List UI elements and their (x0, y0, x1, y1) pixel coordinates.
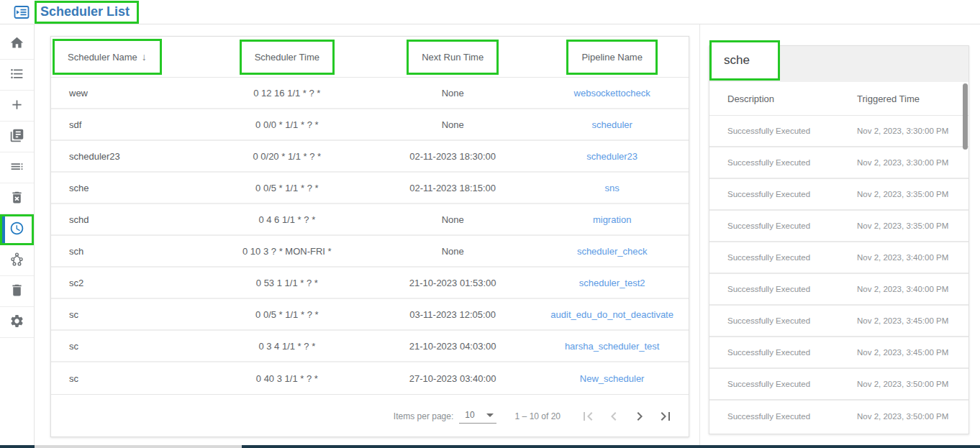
run-history-header: sche (709, 46, 968, 82)
scheduler-time-cell: 0 0/0 * 1/1 * ? * (204, 119, 370, 130)
sidebar-item-delete-forever[interactable] (0, 183, 34, 214)
history-triggered-time-cell: Nov 2, 2023, 3:40:00 PM (839, 253, 968, 262)
description-column-header: Description (709, 93, 839, 104)
pipeline-link[interactable]: scheduler23 (586, 151, 638, 162)
clock-icon (9, 221, 24, 239)
scheduler-name-cell: sc (51, 373, 204, 384)
history-triggered-time-cell: Nov 2, 2023, 3:40:00 PM (839, 285, 968, 293)
table-row[interactable]: sche 0 0/5 * 1/1 * ? * 02-11-2023 18:15:… (51, 173, 689, 204)
history-row: Successfully Executed Nov 2, 2023, 3:50:… (709, 369, 968, 401)
sidebar-item-cluster[interactable] (0, 245, 34, 276)
pipeline-link[interactable]: sns (605, 183, 620, 193)
history-description-cell: Successfully Executed (709, 221, 839, 230)
sidebar-item-delete[interactable] (0, 276, 34, 307)
history-row: Successfully Executed Nov 2, 2023, 3:35:… (709, 179, 968, 211)
history-triggered-time-cell: Nov 2, 2023, 3:35:00 PM (839, 221, 968, 230)
sidebar-item-list[interactable] (0, 60, 34, 91)
pipeline-link[interactable]: audit_edu_do_not_deactivate (550, 309, 673, 320)
scheduler-name-cell: sc (51, 341, 204, 352)
sidebar-item-settings[interactable] (0, 307, 34, 338)
history-row: Successfully Executed Nov 2, 2023, 3:40:… (709, 274, 968, 306)
next-run-time-cell: 21-10-2023 04:03:00 (370, 341, 535, 352)
history-triggered-time-cell: Nov 2, 2023, 3:50:00 PM (839, 412, 968, 421)
scheduler-name-cell: scheduler23 (51, 151, 204, 162)
history-description-cell: Successfully Executed (709, 380, 839, 388)
list-icon (9, 66, 24, 84)
items-per-page-select[interactable]: 10 (459, 408, 496, 424)
next-run-time-cell: 27-10-2023 03:40:00 (370, 373, 535, 384)
run-history-body: Successfully Executed Nov 2, 2023, 3:30:… (709, 116, 968, 432)
sidebar (0, 24, 35, 445)
sidebar-item-library[interactable] (0, 122, 34, 152)
pipeline-link[interactable]: scheduler (591, 119, 632, 130)
history-description-cell: Successfully Executed (709, 316, 839, 325)
table-row[interactable]: scheduler23 0 0/20 * 1/1 * ? * 02-11-202… (51, 141, 689, 173)
triggered-time-column-header: Triggered Time (839, 93, 968, 104)
history-row: Successfully Executed Nov 2, 2023, 3:35:… (709, 211, 968, 242)
column-header-next-run-time[interactable]: Next Run Time (407, 40, 499, 75)
pipeline-link[interactable]: scheduler_check (577, 246, 648, 257)
sidebar-item-dense-list[interactable] (0, 152, 34, 183)
sidebar-item-add[interactable] (0, 91, 34, 122)
top-bar: Scheduler List (0, 0, 980, 24)
history-triggered-time-cell: Nov 2, 2023, 3:45:00 PM (839, 316, 968, 325)
table-row[interactable]: sc 0 0/5 * 1/1 * ? * 03-11-2023 12:05:00… (51, 299, 689, 331)
cluster-icon (9, 252, 24, 270)
history-row: Successfully Executed Nov 2, 2023, 3:40:… (709, 242, 968, 274)
trash-icon (9, 283, 24, 301)
table-row[interactable]: sdf 0 0/0 * 1/1 * ? * None scheduler (51, 109, 689, 141)
table-row[interactable]: schd 0 4 6 1/1 * ? * None migration (51, 204, 689, 236)
history-description-cell: Successfully Executed (709, 253, 839, 262)
table-row[interactable]: sch 0 10 3 ? * MON-FRI * None scheduler_… (51, 236, 689, 268)
gear-icon (9, 314, 24, 332)
scheduler-time-cell: 0 0/5 * 1/1 * ? * (204, 183, 370, 193)
trash-x-icon (9, 190, 24, 208)
pipeline-link[interactable]: harsha_scheduler_test (565, 341, 660, 352)
history-triggered-time-cell: Nov 2, 2023, 3:35:00 PM (839, 190, 968, 198)
scheduler-time-cell: 0 40 3 1/1 * ? * (204, 373, 370, 384)
table-row[interactable]: sc2 0 53 1 1/1 * ? * 21-10-2023 01:53:00… (51, 268, 689, 299)
run-history-column-headers: Description Triggered Time (709, 82, 968, 116)
sort-descending-icon: ↓ (142, 51, 147, 63)
section-divider (699, 24, 700, 445)
vertical-scrollbar-thumb[interactable] (963, 83, 968, 150)
scheduler-name-cell: sdf (51, 119, 204, 130)
history-description-cell: Successfully Executed (709, 127, 839, 135)
sidebar-item-home[interactable] (0, 29, 34, 60)
scheduler-time-cell: 0 4 6 1/1 * ? * (204, 214, 370, 225)
history-triggered-time-cell: Nov 2, 2023, 3:30:00 PM (839, 127, 968, 135)
horizontal-scrollbar-thumb[interactable] (35, 445, 242, 448)
pipeline-link[interactable]: migration (593, 214, 631, 225)
scheduler-table-header: Scheduler Name ↓ Scheduler Time Next Run… (51, 37, 689, 78)
history-row: Successfully Executed Nov 2, 2023, 3:45:… (709, 337, 968, 369)
plus-icon (9, 97, 24, 115)
sidebar-item-scheduler[interactable] (0, 214, 34, 245)
next-run-time-cell: 02-11-2023 18:30:00 (370, 151, 535, 162)
pipeline-link[interactable]: scheduler_test2 (579, 278, 645, 288)
column-header-scheduler-name[interactable]: Scheduler Name ↓ (53, 39, 162, 75)
next-run-time-cell: 03-11-2023 12:05:00 (370, 309, 535, 320)
previous-page-button[interactable] (604, 406, 624, 426)
next-run-time-cell: None (370, 214, 535, 225)
scheduler-table-body: wew 0 12 16 1/1 * ? * None websockettoch… (51, 78, 689, 394)
table-row[interactable]: sc 0 3 4 1/1 * ? * 21-10-2023 04:03:00 h… (51, 331, 689, 362)
table-row[interactable]: wew 0 12 16 1/1 * ? * None websockettoch… (51, 78, 689, 109)
next-run-time-cell: None (370, 88, 535, 99)
scheduler-name-cell: schd (51, 214, 204, 225)
first-page-button[interactable] (578, 406, 598, 426)
pipeline-link[interactable]: websockettocheck (574, 88, 650, 99)
scheduler-name-cell: sc (51, 309, 204, 320)
menu-open-icon[interactable] (13, 4, 30, 21)
history-triggered-time-cell: Nov 2, 2023, 3:45:00 PM (839, 348, 968, 357)
pipeline-link[interactable]: New_scheduler (580, 373, 645, 384)
next-run-time-cell: 21-10-2023 01:53:00 (370, 278, 535, 288)
scheduler-name-cell: sch (51, 246, 204, 257)
history-description-cell: Successfully Executed (709, 285, 839, 293)
last-page-button[interactable] (655, 406, 676, 426)
page-title: Scheduler List (35, 1, 139, 24)
scheduler-name-cell: wew (51, 88, 204, 99)
column-header-pipeline-name[interactable]: Pipeline Name (566, 40, 658, 75)
next-page-button[interactable] (630, 406, 650, 426)
column-header-scheduler-time[interactable]: Scheduler Time (240, 40, 335, 75)
table-row[interactable]: sc 0 40 3 1/1 * ? * 27-10-2023 03:40:00 … (51, 362, 689, 394)
